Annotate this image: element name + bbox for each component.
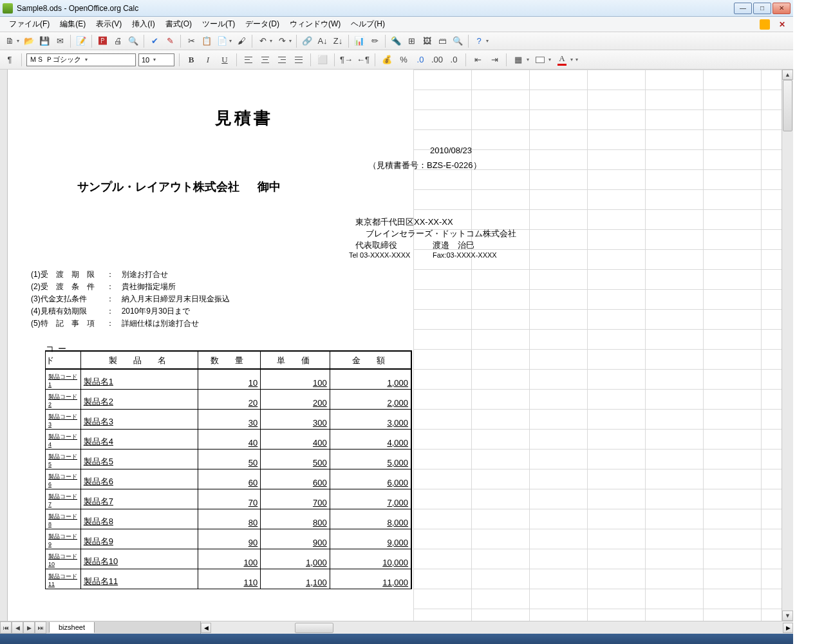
table-row[interactable]: 製品コード9 製品名9 90 900 9,000 <box>46 529 411 549</box>
email-button[interactable]: ✉ <box>53 34 67 48</box>
show-draw-button[interactable]: ✏ <box>368 34 382 48</box>
number-format-button[interactable]: .0 <box>413 53 427 67</box>
cut-button[interactable]: ✂ <box>184 34 198 48</box>
menu-tools[interactable]: ツール(T) <box>197 17 240 32</box>
hyperlink-button[interactable]: 🔗 <box>300 34 314 48</box>
export-pdf-button[interactable]: 🅿 <box>95 34 109 48</box>
tab-last-button[interactable]: ⏭ <box>35 621 46 634</box>
bold-button[interactable]: B <box>184 53 198 67</box>
align-right-button[interactable] <box>275 53 289 67</box>
dropdown-icon: ▾ <box>85 57 88 62</box>
save-button[interactable]: 💾 <box>37 34 52 48</box>
percent-button[interactable]: % <box>397 53 411 67</box>
rtl-button[interactable]: ←¶ <box>356 53 370 67</box>
window-minimize-button[interactable]: — <box>734 3 752 14</box>
align-left-button[interactable] <box>241 53 256 67</box>
align-justify-button[interactable] <box>292 53 306 67</box>
cell-price: 1,000 <box>261 549 330 569</box>
scroll-track[interactable] <box>782 80 793 611</box>
decrease-indent-button[interactable]: ⇤ <box>471 53 485 67</box>
redo-button[interactable]: ↷ <box>275 34 289 48</box>
menu-data[interactable]: データ(D) <box>240 17 285 32</box>
font-size-combo[interactable]: 10▾ <box>138 53 174 66</box>
auto-spellcheck-button[interactable]: ✎ <box>163 34 177 48</box>
table-row[interactable]: 製品コード7 製品名7 70 700 7,000 <box>46 489 411 509</box>
table-row[interactable]: 製品コード8 製品名8 80 800 8,000 <box>46 509 411 529</box>
table-row[interactable]: 製品コード6 製品名6 60 600 6,000 <box>46 469 411 489</box>
navigator-button[interactable]: ⊞ <box>404 34 418 48</box>
tab-prev-button[interactable]: ◀ <box>12 621 23 634</box>
quote-table: コード 製 品 名 数 量 単 価 金 額 製品コード1 製品名1 10 100… <box>45 350 412 589</box>
remove-decimal-button[interactable]: .0 <box>447 53 461 67</box>
help-button[interactable]: ? <box>472 34 486 48</box>
datasources-button[interactable]: 🗃 <box>435 34 449 48</box>
scroll-thumb[interactable] <box>783 80 792 131</box>
gallery-button[interactable]: 🖼 <box>420 34 434 48</box>
row-header-column[interactable] <box>0 70 8 621</box>
sheet-tab-bizsheet[interactable]: bizsheet <box>49 622 95 633</box>
table-row[interactable]: 製品コード10 製品名10 100 1,000 10,000 <box>46 549 411 569</box>
scroll-left-button[interactable]: ◀ <box>201 623 211 633</box>
doc-company: ブレインセラーズ・ドットコム株式会社 <box>366 228 516 240</box>
spreadsheet-area[interactable]: 見積書 2010/08/23 （見積書番号：BZS-E-0226） サンプル・レ… <box>8 70 782 621</box>
scroll-up-button[interactable]: ▲ <box>782 70 793 80</box>
paste-button[interactable]: 📄 <box>215 34 229 48</box>
merge-cells-button[interactable]: ⬜ <box>315 53 330 67</box>
menu-help[interactable]: ヘルプ(H) <box>346 17 390 32</box>
update-icon[interactable] <box>760 19 770 30</box>
italic-button[interactable]: I <box>201 53 215 67</box>
menu-edit[interactable]: 編集(E) <box>55 17 91 32</box>
spellcheck-button[interactable]: ✔ <box>147 34 162 48</box>
table-row[interactable]: 製品コード11 製品名11 110 1,100 11,000 <box>46 569 411 589</box>
add-decimal-button[interactable]: .00 <box>430 53 444 67</box>
font-name-combo[interactable]: ＭＳ Ｐゴシック▾ <box>26 53 136 66</box>
table-row[interactable]: 製品コード1 製品名1 10 100 1,000 <box>46 370 411 390</box>
window-close-button[interactable]: ✕ <box>772 3 791 14</box>
new-doc-button[interactable]: 🗎 <box>3 34 17 48</box>
currency-button[interactable]: 💰 <box>380 53 394 67</box>
print-preview-button[interactable]: 🔍 <box>126 34 140 48</box>
menu-format[interactable]: 書式(O) <box>160 17 197 32</box>
cell-amount: 11,000 <box>330 569 411 589</box>
format-paintbrush-button[interactable]: 🖌 <box>234 34 248 48</box>
zoom-button[interactable]: 🔍 <box>451 34 465 48</box>
menu-view[interactable]: 表示(V) <box>91 17 127 32</box>
open-button[interactable]: 📂 <box>22 34 36 48</box>
table-row[interactable]: 製品コード3 製品名3 30 300 3,000 <box>46 410 411 430</box>
cell-price: 100 <box>261 370 330 389</box>
ltr-button[interactable]: ¶→ <box>339 53 353 67</box>
vertical-scrollbar[interactable]: ▲ ▼ <box>782 70 793 621</box>
table-row[interactable]: 製品コード5 製品名5 50 500 5,000 <box>46 450 411 469</box>
print-button[interactable]: 🖨 <box>111 34 125 48</box>
tab-next-button[interactable]: ▶ <box>23 621 35 634</box>
menu-file[interactable]: ファイル(F) <box>4 17 55 32</box>
styles-button[interactable]: ¶ <box>3 53 17 67</box>
copy-button[interactable]: 📋 <box>200 34 214 48</box>
scroll-right-button[interactable]: ▶ <box>783 623 793 633</box>
find-button[interactable]: 🔦 <box>389 34 403 48</box>
horizontal-scrollbar[interactable]: ◀ ▶ <box>201 621 793 634</box>
align-center-button[interactable] <box>258 53 272 67</box>
hscroll-track[interactable] <box>211 623 783 633</box>
cell-qty: 50 <box>198 450 261 469</box>
sort-desc-button[interactable]: Z↓ <box>331 34 345 48</box>
underline-button[interactable]: U <box>218 53 232 67</box>
menu-window[interactable]: ウィンドウ(W) <box>285 17 346 32</box>
bgcolor-button[interactable] <box>533 53 547 67</box>
undo-button[interactable]: ↶ <box>256 34 270 48</box>
menu-insert[interactable]: 挿入(I) <box>127 17 160 32</box>
sort-asc-button[interactable]: A↓ <box>315 34 330 48</box>
table-row[interactable]: 製品コード2 製品名2 20 200 2,000 <box>46 390 411 410</box>
fontcolor-button[interactable]: A <box>555 53 569 67</box>
insert-chart-button[interactable]: 📊 <box>352 34 366 48</box>
hdr-name: 製 品 名 <box>81 352 198 368</box>
scroll-down-button[interactable]: ▼ <box>782 611 793 621</box>
tab-first-button[interactable]: ⏮ <box>0 621 12 634</box>
window-maximize-button[interactable]: □ <box>753 3 771 14</box>
table-row[interactable]: 製品コード4 製品名4 40 400 4,000 <box>46 430 411 450</box>
document-close-button[interactable]: ✕ <box>775 20 789 29</box>
hscroll-thumb[interactable] <box>295 623 333 633</box>
edit-file-button[interactable]: 📝 <box>74 34 88 48</box>
increase-indent-button[interactable]: ⇥ <box>487 53 501 67</box>
borders-button[interactable]: ▦ <box>511 53 525 67</box>
